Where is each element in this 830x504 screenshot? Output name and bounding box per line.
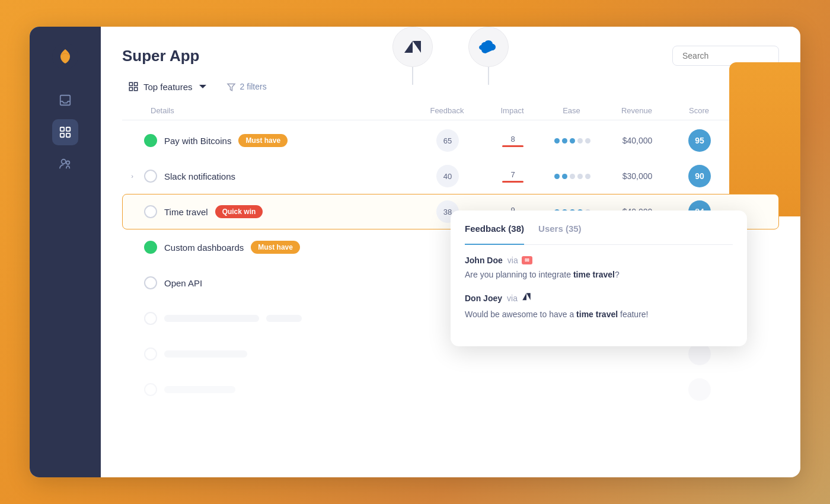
zendesk-icon-small: [521, 292, 532, 305]
grid-icon: [128, 81, 139, 92]
expand-btn-1[interactable]: [127, 136, 137, 145]
col-revenue: Revenue: [601, 106, 672, 115]
svg-rect-11: [135, 88, 138, 91]
feature-name-4: Custom dashboards: [164, 243, 244, 253]
table-header: Details Feedback Impact Ease Revenue Sco…: [122, 106, 779, 120]
feedback-text-1: Are you planning to integrate time trave…: [465, 268, 733, 281]
svg-rect-9: [135, 82, 138, 85]
sidebar: [30, 27, 101, 477]
salesforce-icon: [468, 27, 509, 67]
popup-tab-feedback[interactable]: Feedback (38): [465, 224, 524, 238]
via-label-1: via: [507, 256, 518, 265]
col-feedback: Feedback: [411, 106, 483, 115]
popup-tab-users[interactable]: Users (35): [538, 224, 582, 238]
status-indicator-5: [144, 276, 157, 289]
row-details-3: Time travel Quick win: [127, 205, 412, 218]
app-logo: [52, 43, 78, 69]
impact-1: 8: [483, 135, 542, 147]
row-details-1: Pay with Bitcoins Must have: [127, 134, 412, 147]
sidebar-item-inbox[interactable]: [52, 87, 78, 113]
user-name-1: John Doe: [465, 256, 503, 265]
row-details-5: Open API: [127, 276, 412, 289]
svg-point-7: [66, 161, 70, 165]
table-row[interactable]: Pay with Bitcoins Must have 65 8 $40,000…: [122, 123, 779, 158]
email-icon: ✉: [522, 256, 532, 264]
sidebar-item-grid[interactable]: [52, 119, 78, 145]
feedback-item-2: Don Joey via Would be awesome to have a …: [465, 292, 733, 321]
revenue-2: $30,000: [602, 171, 673, 181]
status-indicator-3: [144, 205, 157, 218]
svg-point-6: [62, 160, 66, 164]
filters-count: 2 filters: [240, 82, 267, 91]
view-label: Top features: [143, 82, 193, 92]
sidebar-item-users[interactable]: [52, 151, 78, 177]
svg-rect-10: [129, 88, 132, 91]
filter-icon: [226, 81, 237, 92]
col-impact: Impact: [483, 106, 542, 115]
svg-rect-4: [60, 133, 64, 137]
feedback-user-2: Don Joey via: [465, 292, 733, 305]
salesforce-integration: [468, 27, 509, 85]
salesforce-line: [488, 67, 489, 85]
status-indicator-2: [144, 170, 157, 183]
svg-rect-2: [60, 127, 64, 131]
feature-name-2: Slack notifications: [164, 171, 235, 181]
filters-button[interactable]: 2 filters: [226, 81, 267, 92]
row-details-4: Custom dashboards Must have: [127, 241, 412, 254]
feedback-count-1: 65: [436, 129, 459, 152]
popup-tabs: Feedback (38) Users (35): [465, 224, 733, 245]
score-1: 95: [688, 129, 711, 152]
feature-name-5: Open API: [164, 278, 202, 288]
feature-name-1: Pay with Bitcoins: [164, 136, 231, 146]
feedback-popup: Feedback (38) Users (35) John Doe via ✉ …: [451, 210, 747, 346]
ease-1: [542, 138, 602, 143]
impact-2: 7: [483, 170, 542, 183]
top-row: Super App: [122, 46, 779, 66]
expand-btn-5[interactable]: [127, 278, 137, 288]
feedback-user-1: John Doe via ✉: [465, 256, 733, 265]
feature-tag-4: Must have: [251, 241, 300, 254]
col-details: Details: [127, 106, 411, 115]
integration-icons: [392, 27, 509, 85]
row-details-2: › Slack notifications: [127, 170, 412, 183]
feedback-text-2: Would be awesome to have a time travel f…: [465, 308, 733, 321]
svg-rect-8: [129, 82, 132, 85]
col-score: Score: [672, 106, 726, 115]
expand-btn-4[interactable]: [127, 243, 137, 252]
user-name-2: Don Joey: [465, 294, 502, 303]
table-row-placeholder: [122, 372, 779, 407]
view-selector[interactable]: Top features: [122, 78, 214, 95]
score-2: 90: [688, 165, 711, 187]
feedback-count-2: 40: [436, 165, 459, 187]
revenue-1: $40,000: [602, 136, 673, 145]
status-indicator-4: [144, 241, 157, 254]
main-content: Super App: [101, 27, 800, 477]
feedback-item-1: John Doe via ✉ Are you planning to integ…: [465, 256, 733, 281]
chevron-down-icon: [197, 81, 208, 92]
svg-rect-3: [66, 127, 70, 131]
table-row[interactable]: › Slack notifications 40 7 $30,000: [122, 158, 779, 194]
col-ease: Ease: [542, 106, 601, 115]
zendesk-line: [412, 67, 413, 85]
status-indicator-1: [144, 134, 157, 147]
svg-rect-1: [60, 95, 71, 106]
feature-name-3: Time travel: [164, 207, 208, 217]
ease-2: [542, 174, 602, 179]
page-title: Super App: [122, 47, 199, 65]
zendesk-icon: [392, 27, 433, 67]
feature-tag-1: Must have: [238, 134, 288, 147]
feature-tag-3: Quick win: [215, 205, 263, 218]
expand-btn-3[interactable]: [127, 207, 137, 216]
via-label-2: via: [507, 294, 518, 303]
zendesk-integration: [392, 27, 433, 85]
svg-rect-5: [66, 133, 70, 137]
expand-btn-2[interactable]: ›: [127, 171, 137, 181]
